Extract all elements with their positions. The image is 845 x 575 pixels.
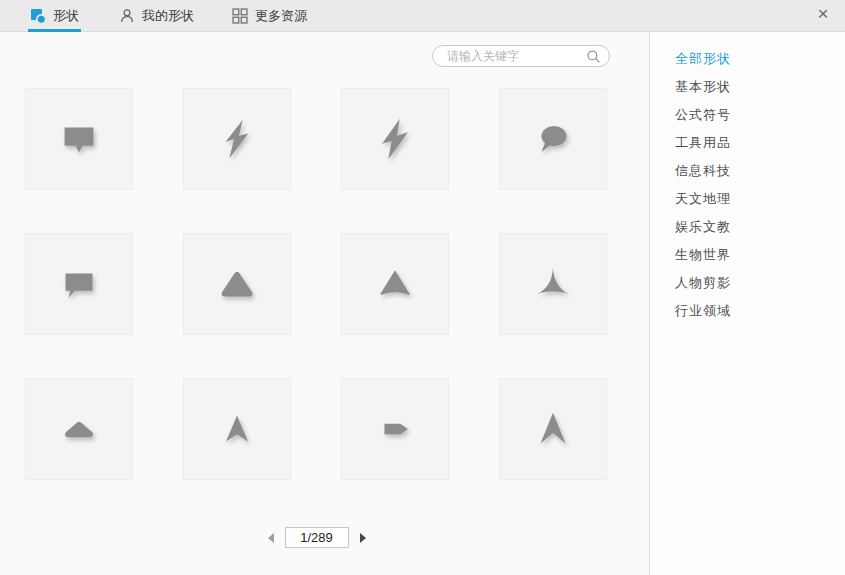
search-box	[432, 45, 610, 67]
tab-shapes-label: 形状	[53, 7, 79, 25]
arrowhead-up-deep	[529, 405, 577, 453]
tab-more-resources[interactable]: 更多资源	[230, 0, 309, 31]
shape-tile[interactable]	[341, 378, 449, 480]
page-indicator[interactable]: 1/289	[285, 527, 349, 548]
shape-gallery-panel: 1/289	[0, 32, 650, 575]
shape-tile[interactable]	[25, 233, 133, 335]
category-sidebar: 全部形状 基本形状 公式符号 工具用品 信息科技	[650, 32, 845, 575]
my-shapes-icon	[119, 8, 135, 24]
tricorn	[529, 260, 577, 308]
shape-tile[interactable]	[183, 88, 291, 190]
shape-tile[interactable]	[499, 378, 607, 480]
shape-tile[interactable]	[183, 233, 291, 335]
shape-library-window: 形状 我的形状 更多资源 ×	[0, 0, 845, 575]
triangle-curved-base	[371, 260, 419, 308]
category-label: 工具用品	[675, 135, 731, 150]
callout-oval	[529, 115, 577, 163]
category-label: 生物世界	[675, 247, 731, 262]
shape-tile[interactable]	[341, 233, 449, 335]
category-label: 行业领域	[675, 303, 731, 318]
shape-tile[interactable]	[341, 88, 449, 190]
arrow-pentagon-right	[371, 405, 419, 453]
main-area: 1/289 全部形状 基本形状 公式符号 工具用品	[0, 32, 845, 575]
category-label: 人物剪影	[675, 275, 731, 290]
category-item[interactable]: 天文地理	[650, 185, 845, 213]
category-label: 公式符号	[675, 107, 731, 122]
tab-bar: 形状 我的形状 更多资源 ×	[0, 0, 845, 32]
category-item[interactable]: 公式符号	[650, 101, 845, 129]
more-resources-icon	[232, 8, 248, 24]
search-input[interactable]	[445, 48, 586, 64]
next-page-icon[interactable]	[360, 533, 366, 543]
shape-tile[interactable]	[499, 233, 607, 335]
category-item[interactable]: 行业领域	[650, 297, 845, 325]
tab-my-shapes[interactable]: 我的形状	[117, 0, 196, 31]
category-label: 信息科技	[675, 163, 731, 178]
lightning-bolt-1	[213, 115, 261, 163]
category-item[interactable]: 基本形状	[650, 73, 845, 101]
category-item[interactable]: 生物世界	[650, 241, 845, 269]
category-label: 天文地理	[675, 191, 731, 206]
pagination: 1/289	[0, 527, 633, 548]
tab-shapes[interactable]: 形状	[28, 0, 81, 31]
shape-grid	[25, 88, 607, 480]
shape-tile[interactable]	[183, 378, 291, 480]
tab-my-shapes-label: 我的形状	[142, 7, 194, 25]
shape-tile[interactable]	[25, 378, 133, 480]
lightning-bolt-2	[371, 115, 419, 163]
callout-rect-bottom-center	[55, 115, 103, 163]
callout-rect-bottom-left	[55, 260, 103, 308]
category-label: 基本形状	[675, 79, 731, 94]
shapes-icon	[30, 8, 46, 24]
category-label: 娱乐文教	[675, 219, 731, 234]
triangle-rounded	[213, 260, 261, 308]
category-item[interactable]: 娱乐文教	[650, 213, 845, 241]
shape-tile[interactable]	[499, 88, 607, 190]
tab-more-resources-label: 更多资源	[255, 7, 307, 25]
category-item[interactable]: 全部形状	[650, 45, 845, 73]
triangle-flat-rounded	[55, 405, 103, 453]
search-icon[interactable]	[586, 49, 601, 64]
arrowhead-up	[213, 405, 261, 453]
category-item[interactable]: 人物剪影	[650, 269, 845, 297]
prev-page-icon[interactable]	[268, 533, 274, 543]
close-icon[interactable]: ×	[811, 2, 835, 26]
shape-tile[interactable]	[25, 88, 133, 190]
category-label: 全部形状	[675, 51, 731, 66]
category-item[interactable]: 工具用品	[650, 129, 845, 157]
category-item[interactable]: 信息科技	[650, 157, 845, 185]
